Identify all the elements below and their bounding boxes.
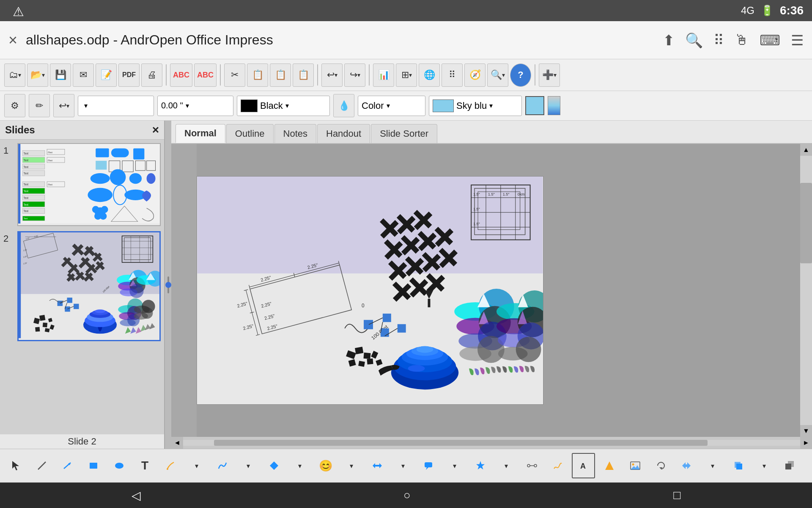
symbol-dropdown-btn[interactable]: ▾ [340,453,363,478]
diamond-tool-btn[interactable] [262,453,285,478]
email-btn[interactable]: ✉ [73,64,94,87]
symbol-tool-btn[interactable]: 😊 [314,453,337,478]
open-btn[interactable]: 📂▾ [27,64,48,87]
home-nav-btn[interactable]: ○ [391,484,423,506]
web-btn[interactable]: 🌐 [419,64,440,87]
scroll-thumb-h[interactable] [214,440,708,446]
svg-rect-238 [367,359,373,364]
mode-btn[interactable]: ⚙ [4,94,25,117]
slides-close-btn[interactable]: × [152,123,159,137]
pen-tool-btn[interactable] [159,453,182,478]
scroll-down-btn[interactable]: ▼ [800,425,812,437]
menu-icon[interactable]: ☰ [791,32,804,49]
save-btn[interactable]: 💾 [50,64,71,87]
search-icon[interactable]: 🔍 [685,32,703,49]
print-btn[interactable]: 🖨 [141,64,162,87]
slide-item-2[interactable]: 2 2.25" 2.25" [3,231,161,341]
tab-normal[interactable]: Normal [176,124,225,143]
eyedropper-btn[interactable]: 💧 [333,94,354,117]
svg-rect-108 [39,315,45,321]
tab-slide-sorter[interactable]: Slide Sorter [371,124,437,143]
size-selector[interactable]: 0.00 " ▾ [157,96,233,116]
tab-notes[interactable]: Notes [274,124,316,143]
curve-tool-btn[interactable] [211,453,234,478]
close-button[interactable]: × [8,31,17,49]
tab-outline[interactable]: Outline [226,124,274,143]
line-tool-btn[interactable] [30,453,53,478]
svg-point-35 [91,173,110,184]
back-order-btn[interactable] [778,453,801,478]
panel-resize-handle[interactable] [165,121,171,449]
slide-item-1[interactable]: 1 Text Text Text Text [3,143,161,226]
shape-selector[interactable]: ▾ [78,96,154,116]
connector-btn[interactable] [520,453,543,478]
slide-thumb-1[interactable]: Text Text Text Text Text Text Text [17,143,161,226]
edit-btn[interactable]: 📝 [96,64,117,87]
chart-btn[interactable]: 📊 [373,64,394,87]
fill-color-selector[interactable]: Sky blu ▾ [429,96,522,116]
image-btn[interactable] [623,453,647,478]
help-btn[interactable]: ? [510,64,531,87]
draw-mode-btn[interactable]: ✏ [29,94,50,117]
flip-dropdown-btn[interactable]: ▾ [701,453,724,478]
svg-point-44 [101,206,108,213]
mouse-icon[interactable]: 🖱 [735,32,749,49]
back-arrow-btn[interactable]: ↩▾ [53,94,74,117]
flip-btn[interactable] [675,453,698,478]
scroll-right-btn[interactable]: ► [800,437,812,449]
text-tool-btn[interactable]: T [133,453,156,478]
recents-nav-btn[interactable]: □ [661,484,693,506]
scroll-left-btn[interactable]: ◄ [171,437,183,449]
arrow-tool-btn[interactable] [56,453,79,478]
arrange-btn[interactable] [727,453,750,478]
slide-thumb-2[interactable]: 2.25" 2.25" 2.25" 2.25" 2.25" [17,231,161,341]
grid-btn[interactable]: ⠿ [442,64,463,87]
back-nav-btn[interactable]: ◁ [119,484,154,507]
table-btn[interactable]: ⊞▾ [396,64,417,87]
grid-icon[interactable]: ⠿ [713,32,724,49]
star-dropdown-btn[interactable]: ▾ [494,453,518,478]
svg-point-129 [141,307,153,319]
star-btn[interactable] [469,453,492,478]
nav-bar: ◁ ○ □ [0,483,812,508]
arrange-dropdown-btn[interactable]: ▾ [752,453,776,478]
dbl-arrow-dropdown-btn[interactable]: ▾ [391,453,414,478]
cut-btn[interactable]: ✂ [224,64,245,87]
diamond-dropdown-btn[interactable]: ▾ [288,453,311,478]
rect-tool-btn[interactable] [82,453,105,478]
text-style-btn[interactable]: A [572,453,595,478]
scroll-up-btn[interactable]: ▲ [800,144,812,156]
share-icon[interactable]: ⬆ [663,32,675,49]
vertical-scrollbar[interactable]: ▲ ▼ [800,144,812,437]
new-file-btn[interactable]: 🗂▾ [4,64,25,87]
curve-dropdown-btn[interactable]: ▾ [236,453,260,478]
select-tool-btn[interactable] [4,453,27,478]
pdf-btn[interactable]: PDF [118,64,140,87]
freehand-btn[interactable] [546,453,569,478]
clone-btn[interactable]: 📋 [293,64,314,87]
slide-view[interactable]: 2.25" 2.25" 2.25" 2.25" [197,176,543,405]
insert-btn[interactable]: ➕▾ [539,64,560,87]
dbl-arrow-btn[interactable] [365,453,389,478]
copy-btn[interactable]: 📋 [247,64,268,87]
tab-handout[interactable]: Handout [317,124,370,143]
spellcheck2-btn[interactable]: ABC [194,64,217,87]
undo-btn[interactable]: ↩▾ [321,64,343,87]
spellcheck-btn[interactable]: ABC [170,64,192,87]
rotate-btn[interactable] [649,453,672,478]
compass-btn[interactable]: 🧭 [464,64,486,87]
triangle-btn[interactable] [598,453,621,478]
keyboard-icon[interactable]: ⌨ [760,32,780,49]
zoom-btn[interactable]: 🔍▾ [487,64,508,87]
scroll-thumb-v[interactable] [800,183,812,264]
color-selector[interactable]: Black ▾ [237,96,330,116]
pen-dropdown-btn[interactable]: ▾ [185,453,208,478]
svg-text:iText: iText [48,183,52,186]
ellipse-tool-btn[interactable] [107,453,131,478]
callout-btn[interactable] [417,453,440,478]
paste-btn[interactable]: 📋 [270,64,291,87]
redo-btn[interactable]: ↪▾ [344,64,365,87]
callout-dropdown-btn[interactable]: ▾ [443,453,466,478]
horizontal-scrollbar[interactable]: ◄ ► [171,437,812,449]
fill-type-selector[interactable]: Color ▾ [358,96,425,116]
